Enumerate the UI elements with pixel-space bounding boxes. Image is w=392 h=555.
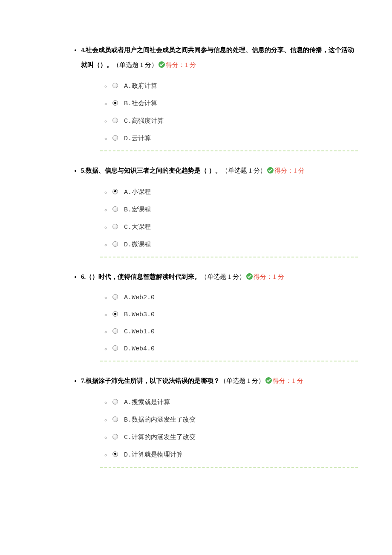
option-letter: C. xyxy=(124,224,132,231)
question-body: 数据、信息与知识三者之间的变化趋势是（ ）。 xyxy=(86,167,222,174)
option-list: A.搜索就是计算B.数据的内涵发生了改变C.计算的内涵发生了改变D.计算就是物理… xyxy=(81,393,358,463)
radio-icon[interactable] xyxy=(112,224,118,229)
option-text: 小课程 xyxy=(132,189,151,196)
option-letter: D. xyxy=(124,345,132,353)
score-text: 得分：1 分 xyxy=(274,167,305,174)
radio-icon[interactable] xyxy=(112,451,118,457)
radio-icon[interactable] xyxy=(112,416,118,422)
score-text: 得分：1 分 xyxy=(166,61,196,68)
option-label: D.微课程 xyxy=(124,241,151,249)
check-icon xyxy=(267,167,274,173)
question-type-label: （单选题 1 分） xyxy=(222,167,266,174)
option-text: 政府计算 xyxy=(132,83,157,90)
option-text: 数据的内涵发生了改变 xyxy=(132,416,196,424)
option-text: 大课程 xyxy=(132,224,151,231)
score-text: 得分：1 分 xyxy=(254,273,284,280)
radio-icon[interactable] xyxy=(112,311,118,317)
option-text: 微课程 xyxy=(132,241,151,249)
option-item: C.大课程 xyxy=(111,218,358,236)
option-label: A.政府计算 xyxy=(124,83,157,90)
option-letter: D. xyxy=(124,135,132,142)
question-type-label: （单选题 1 分） xyxy=(201,273,245,280)
radio-icon[interactable] xyxy=(112,100,118,106)
option-item: A.小课程 xyxy=(111,183,358,201)
question-text: 6.（）时代，使得信息智慧解读时代到来。（单选题 1 分）得分：1 分 xyxy=(81,269,358,284)
option-text: 搜索就是计算 xyxy=(132,399,170,406)
option-item: D.Web4.0 xyxy=(111,340,358,357)
radio-icon[interactable] xyxy=(112,434,118,439)
option-item: C.高强度计算 xyxy=(111,112,358,130)
option-label: C.大课程 xyxy=(124,224,151,231)
radio-icon[interactable] xyxy=(112,135,118,141)
option-letter: B. xyxy=(124,100,132,107)
option-item: B.社会计算 xyxy=(111,95,358,112)
check-icon xyxy=(159,61,165,68)
radio-icon[interactable] xyxy=(112,241,118,247)
option-text: 计算的内涵发生了改变 xyxy=(132,434,196,441)
option-label: B.数据的内涵发生了改变 xyxy=(124,416,196,424)
radio-icon[interactable] xyxy=(112,345,118,351)
option-label: C.高强度计算 xyxy=(124,118,164,125)
option-letter: C. xyxy=(124,118,132,125)
question-text: 5.数据、信息与知识三者之间的变化趋势是（ ）。（单选题 1 分）得分：1 分 xyxy=(81,163,358,178)
question-item: 4.社会成员或者用户之间社会成员之间共同参与信息的处理、信息的分享、信息的传播，… xyxy=(81,43,358,151)
option-text: Web1.0 xyxy=(132,328,155,335)
option-item: D.微课程 xyxy=(111,236,358,253)
check-icon xyxy=(265,377,272,384)
radio-icon[interactable] xyxy=(112,294,118,300)
option-letter: B. xyxy=(124,416,132,424)
divider xyxy=(100,361,358,361)
option-item: C.计算的内涵发生了改变 xyxy=(111,428,358,446)
radio-icon[interactable] xyxy=(112,118,118,123)
option-text: 社会计算 xyxy=(132,100,157,107)
radio-icon[interactable] xyxy=(112,189,118,194)
divider xyxy=(100,467,358,468)
question-text: 4.社会成员或者用户之间社会成员之间共同参与信息的处理、信息的分享、信息的传播，… xyxy=(81,43,358,72)
option-label: B.社会计算 xyxy=(124,100,157,107)
option-letter: A. xyxy=(124,399,132,406)
option-label: C.Web1.0 xyxy=(124,328,155,335)
option-list: A.小课程B.宏课程C.大课程D.微课程 xyxy=(81,183,358,253)
option-item: B.Web3.0 xyxy=(111,306,358,323)
option-label: A.Web2.0 xyxy=(124,294,155,301)
option-label: A.小课程 xyxy=(124,189,151,196)
question-type-label: （单选题 1 分） xyxy=(220,377,265,384)
check-icon xyxy=(246,273,253,280)
question-type-label: （单选题 1 分） xyxy=(113,61,158,68)
option-label: D.Web4.0 xyxy=(124,345,155,353)
option-letter: D. xyxy=(124,241,132,249)
question-item: 5.数据、信息与知识三者之间的变化趋势是（ ）。（单选题 1 分）得分：1 分A… xyxy=(81,163,358,257)
option-item: C.Web1.0 xyxy=(111,323,358,340)
radio-icon[interactable] xyxy=(112,83,118,88)
option-label: B.Web3.0 xyxy=(124,311,155,318)
option-letter: B. xyxy=(124,206,132,214)
option-letter: A. xyxy=(124,83,132,90)
radio-icon[interactable] xyxy=(112,206,118,212)
question-item: 7.根据涂子沛先生所讲，以下说法错误的是哪项？（单选题 1 分）得分：1 分A.… xyxy=(81,373,358,468)
question-list: 4.社会成员或者用户之间社会成员之间共同参与信息的处理、信息的分享、信息的传播，… xyxy=(34,43,358,468)
question-number: 4. xyxy=(81,46,86,53)
option-letter: B. xyxy=(124,311,132,318)
radio-icon[interactable] xyxy=(112,399,118,405)
option-letter: D. xyxy=(124,451,132,459)
option-letter: C. xyxy=(124,434,132,441)
question-text: 7.根据涂子沛先生所讲，以下说法错误的是哪项？（单选题 1 分）得分：1 分 xyxy=(81,373,358,388)
question-number: 5. xyxy=(81,167,86,174)
option-text: 高强度计算 xyxy=(132,118,164,125)
option-item: A.政府计算 xyxy=(111,77,358,95)
option-text: Web2.0 xyxy=(132,294,155,301)
option-item: D.云计算 xyxy=(111,130,358,147)
option-text: Web4.0 xyxy=(132,345,155,353)
question-number: 6. xyxy=(81,273,86,280)
option-item: B.数据的内涵发生了改变 xyxy=(111,411,358,428)
question-body: （）时代，使得信息智慧解读时代到来。 xyxy=(86,273,201,280)
divider xyxy=(100,257,358,257)
option-label: B.宏课程 xyxy=(124,206,151,214)
option-text: 宏课程 xyxy=(132,206,151,214)
option-text: Web3.0 xyxy=(132,311,155,318)
radio-icon[interactable] xyxy=(112,328,118,334)
score-text: 得分：1 分 xyxy=(273,377,303,384)
divider xyxy=(100,150,358,151)
option-label: C.计算的内涵发生了改变 xyxy=(124,434,196,441)
option-text: 计算就是物理计算 xyxy=(132,451,183,459)
